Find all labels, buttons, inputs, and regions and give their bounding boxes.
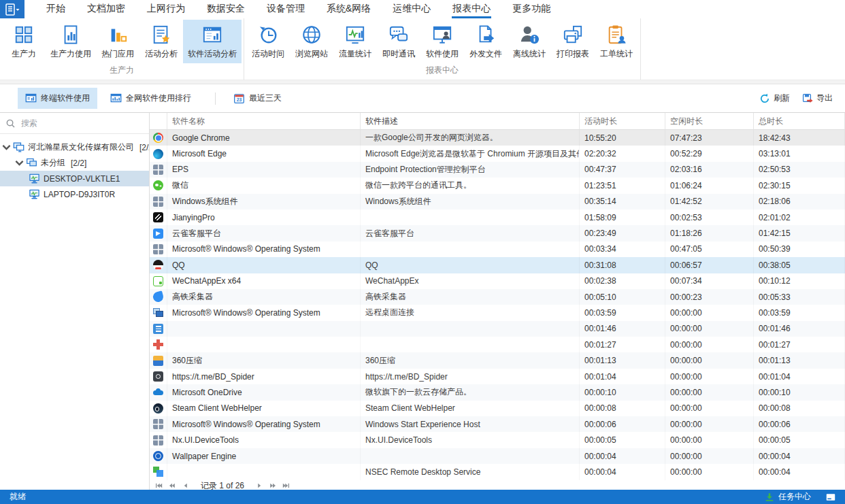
menu-item-6[interactable]: 系统&网络 <box>316 0 382 18</box>
table-row[interactable]: 高铁采集器高铁采集器00:05:1000:00:2300:05:33 <box>150 289 845 305</box>
app-menu-button[interactable] <box>0 0 24 18</box>
cell-total-text: 00:01:13 <box>759 356 791 365</box>
table-row[interactable]: Google Chrome一款Google公司开发的网页浏览器。10:55:20… <box>150 130 845 146</box>
cell-desc-text: 远程桌面连接 <box>365 307 414 318</box>
ribbon-button-offline-stats[interactable]: 离线统计 <box>508 20 551 63</box>
cell-name: QQ <box>167 257 361 273</box>
export-button[interactable]: 导出 <box>802 93 833 104</box>
cell-active: 01:58:09 <box>580 209 665 225</box>
cell-total-text: 02:50:53 <box>759 165 791 174</box>
ribbon-button-im[interactable]: 即时通讯 <box>377 20 420 63</box>
table-row[interactable]: 00:01:2700:00:0000:01:27 <box>150 337 845 352</box>
menu-item-2[interactable]: 文档加密 <box>76 0 136 18</box>
traffic-stats-icon <box>345 24 365 45</box>
tab-2[interactable]: 全网软件使用排行 <box>103 88 199 109</box>
ribbon-button-label: 外发文件 <box>469 48 502 60</box>
cell-name: Microsoft Edge <box>167 146 361 161</box>
table-row[interactable]: JianyingPro01:58:0900:02:5302:01:02 <box>150 209 845 225</box>
pagination-fast-prev-button[interactable] <box>168 482 176 490</box>
pagination-last-button[interactable] <box>282 482 291 490</box>
cell-desc: QQ <box>361 257 580 273</box>
cell-total-text: 00:03:59 <box>759 308 791 318</box>
ribbon-button-software-activity[interactable]: 软件活动分析 <box>183 20 242 63</box>
productivity-icon <box>14 24 34 45</box>
tree-item--[interactable]: 河北瀚星辰文化传媒有限公司[2/2] <box>0 139 149 155</box>
cell-name-text: Microsoft® Windows® Operating System <box>172 420 320 429</box>
message-icon[interactable] <box>826 492 835 502</box>
pagination-prev-button[interactable] <box>182 482 190 490</box>
ribbon-button-outgoing-files[interactable]: 外发文件 <box>464 20 508 63</box>
table-row[interactable]: Steam Client WebHelperSteam Client WebHe… <box>150 401 845 416</box>
menu-item-7[interactable]: 运维中心 <box>382 0 442 18</box>
cell-total-text: 00:00:04 <box>759 467 791 477</box>
tree-item--[interactable]: 未分组[2/2] <box>0 155 149 171</box>
ribbon-button-activity-time[interactable]: 活动时间 <box>246 20 290 63</box>
ribbon-button-print-report[interactable]: 打印报表 <box>551 20 595 63</box>
cell-app-icon <box>150 273 167 289</box>
360zip-icon <box>153 356 163 366</box>
column-header-4[interactable]: 空闲时长 <box>665 113 754 129</box>
table-row[interactable]: Wallpaper Engine00:00:0400:00:0000:00:04 <box>150 448 845 464</box>
cell-idle-text: 00:00:00 <box>670 356 702 365</box>
ribbon-button-label: 活动分析 <box>145 48 178 60</box>
tree-item-desktop-vlktle1[interactable]: DESKTOP-VLKTLE1 <box>0 171 149 186</box>
cell-total: 18:42:43 <box>754 130 845 146</box>
search-input[interactable] <box>20 118 144 129</box>
ribbon-bottom-strip <box>0 80 845 84</box>
ribbon-button-traffic-stats[interactable]: 流量统计 <box>333 20 377 63</box>
refresh-button[interactable]: 刷新 <box>759 93 790 104</box>
ribbon-button-hot-apps[interactable]: 热门应用 <box>96 20 139 63</box>
chevron-down-icon[interactable] <box>16 160 22 167</box>
menu-item-9[interactable]: 更多功能 <box>501 0 561 18</box>
table-row[interactable]: WeChatAppEx x64WeChatAppEx00:02:3800:07:… <box>150 273 845 289</box>
table-row[interactable]: Windows系统组件Windows系统组件00:35:1401:42:5202… <box>150 194 845 209</box>
table-row[interactable]: 360压缩360压缩00:01:1300:00:0000:01:13 <box>150 352 845 368</box>
table-row[interactable]: NSEC Remote Desktop Service00:00:0400:00… <box>150 464 845 480</box>
menu-item-5[interactable]: 设备管理 <box>256 0 316 18</box>
pagination-first-button[interactable] <box>154 482 163 490</box>
ribbon-button-productivity-usage[interactable]: 生产力使用 <box>46 20 96 63</box>
table-row[interactable]: https://t.me/BD_Spiderhttps://t.me/BD_Sp… <box>150 369 845 384</box>
table-row[interactable]: Microsoft® Windows® Operating System远程桌面… <box>150 305 845 320</box>
ribbon-button-productivity[interactable]: 生产力 <box>2 20 46 63</box>
jianying-icon <box>153 212 163 222</box>
pagination-next-button[interactable] <box>255 482 263 490</box>
chevron-down-icon[interactable] <box>3 144 10 151</box>
column-header-5[interactable]: 总时长 <box>754 113 845 129</box>
table-row[interactable]: Microsoft OneDrive微软旗下的一款云存储产品。00:00:100… <box>150 384 845 400</box>
cell-total: 00:01:13 <box>754 352 845 368</box>
ribbon-button-ticket-stats[interactable]: 工单统计 <box>595 20 638 63</box>
menu-item-1[interactable]: 开始 <box>35 0 76 18</box>
table-row[interactable]: Microsoft® Windows® Operating System00:0… <box>150 241 845 257</box>
cell-app-icon <box>150 162 167 178</box>
table-row[interactable]: QQQQ00:31:0800:06:5700:38:05 <box>150 257 845 273</box>
column-header-2[interactable]: 软件描述 <box>361 113 580 129</box>
cell-active: 00:35:14 <box>580 194 665 209</box>
ribbon-button-software-usage[interactable]: 软件使用 <box>420 20 464 63</box>
table-row[interactable]: 云雀客服平台云雀客服平台00:23:4901:18:2601:42:15 <box>150 225 845 241</box>
column-header-1[interactable]: 软件名称 <box>167 113 361 129</box>
cell-idle: 00:00:23 <box>665 289 754 305</box>
cell-name: JianyingPro <box>167 209 361 225</box>
table-row[interactable]: Microsoft® Windows® Operating SystemWind… <box>150 416 845 432</box>
pagination-fast-next-button[interactable] <box>269 482 277 490</box>
table-row[interactable]: EPSEndpoint Protection管理控制平台00:47:3702:0… <box>150 162 845 178</box>
cell-name-text: Microsoft® Windows® Operating System <box>172 308 320 318</box>
ribbon-button-activity-analysis[interactable]: 活动分析 <box>139 20 183 63</box>
table-row[interactable]: 微信微信一款跨平台的通讯工具。01:23:5101:06:2402:30:15 <box>150 178 845 193</box>
cell-idle: 07:47:23 <box>665 130 754 146</box>
tree-item-label: LAPTOP-D9J3IT0R <box>44 190 115 199</box>
date-filter-button[interactable]: 23最近三天 <box>227 88 288 109</box>
menu-item-8[interactable]: 报表中心 <box>442 0 501 18</box>
menu-item-3[interactable]: 上网行为 <box>136 0 196 18</box>
task-center-label[interactable]: 任务中心 <box>778 491 811 503</box>
table-row[interactable]: 00:01:4600:00:0000:01:46 <box>150 321 845 337</box>
cell-total: 00:10:12 <box>754 273 845 289</box>
table-row[interactable]: Nx.UI.DeviceToolsNx.UI.DeviceTools00:00:… <box>150 432 845 448</box>
column-header-3[interactable]: 活动时长 <box>580 113 665 129</box>
table-row[interactable]: Microsoft EdgeMicrosoft Edge浏览器是微软基于 Chr… <box>150 146 845 161</box>
menu-item-4[interactable]: 数据安全 <box>196 0 256 18</box>
ribbon-button-browse-site[interactable]: 浏览网站 <box>290 20 333 63</box>
tree-item-laptop-d9j3it0r[interactable]: LAPTOP-D9J3IT0R <box>0 186 149 202</box>
tab-1[interactable]: 终端软件使用 <box>18 88 97 109</box>
